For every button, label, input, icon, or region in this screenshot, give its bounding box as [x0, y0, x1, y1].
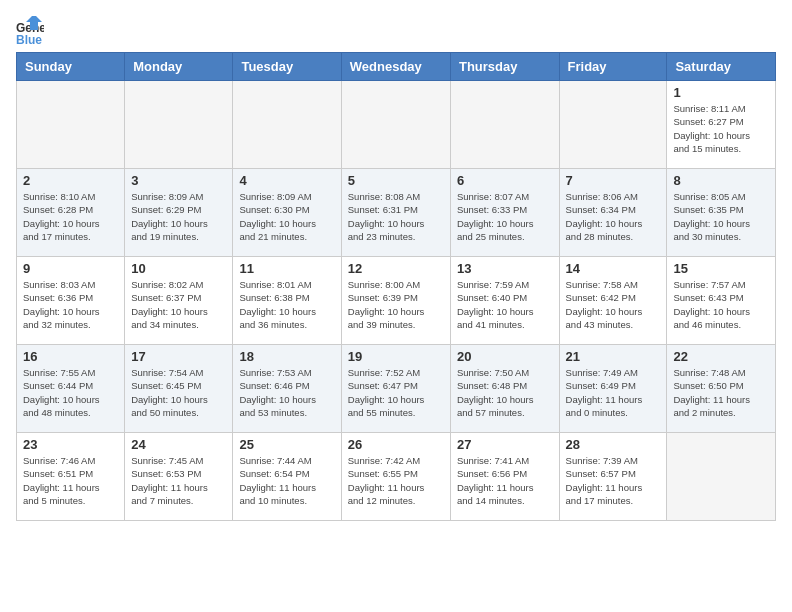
day-number: 4	[239, 173, 334, 188]
calendar-day: 9Sunrise: 8:03 AMSunset: 6:36 PMDaylight…	[17, 257, 125, 345]
day-number: 25	[239, 437, 334, 452]
day-number: 7	[566, 173, 661, 188]
calendar-day: 12Sunrise: 8:00 AMSunset: 6:39 PMDayligh…	[341, 257, 450, 345]
calendar-day: 10Sunrise: 8:02 AMSunset: 6:37 PMDayligh…	[125, 257, 233, 345]
day-info: Sunrise: 7:58 AMSunset: 6:42 PMDaylight:…	[566, 278, 661, 331]
calendar-day: 16Sunrise: 7:55 AMSunset: 6:44 PMDayligh…	[17, 345, 125, 433]
calendar-header-row: SundayMondayTuesdayWednesdayThursdayFrid…	[17, 53, 776, 81]
calendar-day: 11Sunrise: 8:01 AMSunset: 6:38 PMDayligh…	[233, 257, 341, 345]
day-number: 27	[457, 437, 553, 452]
svg-text:Blue: Blue	[16, 33, 42, 44]
day-info: Sunrise: 7:42 AMSunset: 6:55 PMDaylight:…	[348, 454, 444, 507]
column-header-monday: Monday	[125, 53, 233, 81]
calendar-week-row: 9Sunrise: 8:03 AMSunset: 6:36 PMDaylight…	[17, 257, 776, 345]
logo-icon: General Blue	[16, 16, 44, 44]
day-info: Sunrise: 7:48 AMSunset: 6:50 PMDaylight:…	[673, 366, 769, 419]
column-header-saturday: Saturday	[667, 53, 776, 81]
day-number: 23	[23, 437, 118, 452]
day-number: 22	[673, 349, 769, 364]
day-number: 2	[23, 173, 118, 188]
calendar-day: 19Sunrise: 7:52 AMSunset: 6:47 PMDayligh…	[341, 345, 450, 433]
day-number: 17	[131, 349, 226, 364]
day-info: Sunrise: 7:45 AMSunset: 6:53 PMDaylight:…	[131, 454, 226, 507]
day-info: Sunrise: 8:09 AMSunset: 6:29 PMDaylight:…	[131, 190, 226, 243]
day-number: 10	[131, 261, 226, 276]
calendar-day	[341, 81, 450, 169]
page-header: General Blue	[16, 16, 776, 44]
calendar-day	[559, 81, 667, 169]
day-info: Sunrise: 8:03 AMSunset: 6:36 PMDaylight:…	[23, 278, 118, 331]
calendar-day: 1Sunrise: 8:11 AMSunset: 6:27 PMDaylight…	[667, 81, 776, 169]
day-number: 9	[23, 261, 118, 276]
day-info: Sunrise: 8:07 AMSunset: 6:33 PMDaylight:…	[457, 190, 553, 243]
calendar-day: 23Sunrise: 7:46 AMSunset: 6:51 PMDayligh…	[17, 433, 125, 521]
day-info: Sunrise: 7:39 AMSunset: 6:57 PMDaylight:…	[566, 454, 661, 507]
calendar-week-row: 2Sunrise: 8:10 AMSunset: 6:28 PMDaylight…	[17, 169, 776, 257]
day-info: Sunrise: 8:06 AMSunset: 6:34 PMDaylight:…	[566, 190, 661, 243]
column-header-wednesday: Wednesday	[341, 53, 450, 81]
calendar-day: 6Sunrise: 8:07 AMSunset: 6:33 PMDaylight…	[450, 169, 559, 257]
day-number: 3	[131, 173, 226, 188]
day-number: 18	[239, 349, 334, 364]
day-info: Sunrise: 8:00 AMSunset: 6:39 PMDaylight:…	[348, 278, 444, 331]
calendar-day: 17Sunrise: 7:54 AMSunset: 6:45 PMDayligh…	[125, 345, 233, 433]
day-info: Sunrise: 7:49 AMSunset: 6:49 PMDaylight:…	[566, 366, 661, 419]
calendar-day	[17, 81, 125, 169]
day-number: 11	[239, 261, 334, 276]
calendar-day: 8Sunrise: 8:05 AMSunset: 6:35 PMDaylight…	[667, 169, 776, 257]
calendar-day: 22Sunrise: 7:48 AMSunset: 6:50 PMDayligh…	[667, 345, 776, 433]
calendar-day: 3Sunrise: 8:09 AMSunset: 6:29 PMDaylight…	[125, 169, 233, 257]
day-info: Sunrise: 7:46 AMSunset: 6:51 PMDaylight:…	[23, 454, 118, 507]
calendar-day: 14Sunrise: 7:58 AMSunset: 6:42 PMDayligh…	[559, 257, 667, 345]
calendar-day: 25Sunrise: 7:44 AMSunset: 6:54 PMDayligh…	[233, 433, 341, 521]
day-number: 24	[131, 437, 226, 452]
calendar-day: 18Sunrise: 7:53 AMSunset: 6:46 PMDayligh…	[233, 345, 341, 433]
day-info: Sunrise: 8:09 AMSunset: 6:30 PMDaylight:…	[239, 190, 334, 243]
calendar-day	[450, 81, 559, 169]
day-info: Sunrise: 7:52 AMSunset: 6:47 PMDaylight:…	[348, 366, 444, 419]
calendar-week-row: 23Sunrise: 7:46 AMSunset: 6:51 PMDayligh…	[17, 433, 776, 521]
calendar-day: 21Sunrise: 7:49 AMSunset: 6:49 PMDayligh…	[559, 345, 667, 433]
calendar-day: 5Sunrise: 8:08 AMSunset: 6:31 PMDaylight…	[341, 169, 450, 257]
day-info: Sunrise: 8:10 AMSunset: 6:28 PMDaylight:…	[23, 190, 118, 243]
column-header-sunday: Sunday	[17, 53, 125, 81]
column-header-tuesday: Tuesday	[233, 53, 341, 81]
day-number: 14	[566, 261, 661, 276]
day-info: Sunrise: 7:41 AMSunset: 6:56 PMDaylight:…	[457, 454, 553, 507]
calendar-week-row: 1Sunrise: 8:11 AMSunset: 6:27 PMDaylight…	[17, 81, 776, 169]
calendar-day: 4Sunrise: 8:09 AMSunset: 6:30 PMDaylight…	[233, 169, 341, 257]
day-info: Sunrise: 7:53 AMSunset: 6:46 PMDaylight:…	[239, 366, 334, 419]
day-number: 19	[348, 349, 444, 364]
calendar-day	[233, 81, 341, 169]
day-info: Sunrise: 7:57 AMSunset: 6:43 PMDaylight:…	[673, 278, 769, 331]
day-number: 26	[348, 437, 444, 452]
day-number: 28	[566, 437, 661, 452]
day-info: Sunrise: 8:05 AMSunset: 6:35 PMDaylight:…	[673, 190, 769, 243]
day-number: 12	[348, 261, 444, 276]
calendar-day	[667, 433, 776, 521]
day-number: 20	[457, 349, 553, 364]
day-number: 21	[566, 349, 661, 364]
calendar-day: 2Sunrise: 8:10 AMSunset: 6:28 PMDaylight…	[17, 169, 125, 257]
day-info: Sunrise: 7:59 AMSunset: 6:40 PMDaylight:…	[457, 278, 553, 331]
day-info: Sunrise: 7:50 AMSunset: 6:48 PMDaylight:…	[457, 366, 553, 419]
day-number: 15	[673, 261, 769, 276]
day-info: Sunrise: 7:55 AMSunset: 6:44 PMDaylight:…	[23, 366, 118, 419]
day-number: 5	[348, 173, 444, 188]
calendar-day: 20Sunrise: 7:50 AMSunset: 6:48 PMDayligh…	[450, 345, 559, 433]
day-number: 8	[673, 173, 769, 188]
day-info: Sunrise: 8:08 AMSunset: 6:31 PMDaylight:…	[348, 190, 444, 243]
calendar-day	[125, 81, 233, 169]
calendar-table: SundayMondayTuesdayWednesdayThursdayFrid…	[16, 52, 776, 521]
calendar-day: 28Sunrise: 7:39 AMSunset: 6:57 PMDayligh…	[559, 433, 667, 521]
day-info: Sunrise: 7:44 AMSunset: 6:54 PMDaylight:…	[239, 454, 334, 507]
day-info: Sunrise: 8:01 AMSunset: 6:38 PMDaylight:…	[239, 278, 334, 331]
calendar-day: 24Sunrise: 7:45 AMSunset: 6:53 PMDayligh…	[125, 433, 233, 521]
day-number: 6	[457, 173, 553, 188]
calendar-day: 27Sunrise: 7:41 AMSunset: 6:56 PMDayligh…	[450, 433, 559, 521]
day-info: Sunrise: 8:11 AMSunset: 6:27 PMDaylight:…	[673, 102, 769, 155]
calendar-week-row: 16Sunrise: 7:55 AMSunset: 6:44 PMDayligh…	[17, 345, 776, 433]
calendar-day: 7Sunrise: 8:06 AMSunset: 6:34 PMDaylight…	[559, 169, 667, 257]
column-header-friday: Friday	[559, 53, 667, 81]
calendar-day: 15Sunrise: 7:57 AMSunset: 6:43 PMDayligh…	[667, 257, 776, 345]
